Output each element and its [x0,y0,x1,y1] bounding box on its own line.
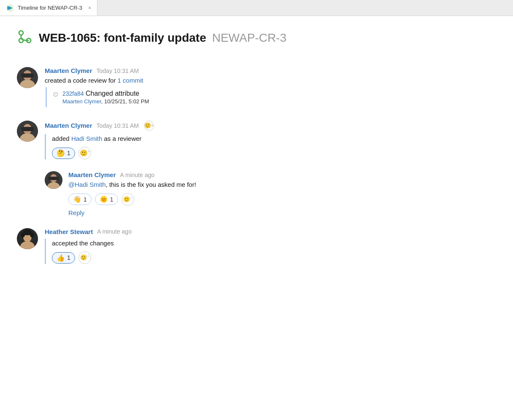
entry-2-body: Maarten Clymer Today 10:31 AM 🙂+ added H… [45,121,496,160]
timeline-entry-4: Heather Stewart A minute ago accepted th… [17,221,496,271]
reaction-wave-3[interactable]: 👋 1 [68,194,92,205]
reaction-sun-3[interactable]: 🌞 1 [95,194,118,205]
reaction-emoji-thinking: 🤔 [57,149,65,157]
svg-rect-16 [21,127,34,131]
tab-close-button[interactable]: × [88,5,91,11]
at-mention[interactable]: @Hadi Smith [68,181,106,188]
entry-2-text-before: added [52,135,71,142]
svg-rect-21 [48,177,59,180]
entry-1-text-before: created a code review for [45,77,118,84]
svg-rect-11 [21,73,34,78]
reaction-count-wave: 1 [84,196,87,203]
reaction-emoji-wave: 👋 [73,195,81,203]
page-title-id: NEWAP-CR-3 [212,31,286,45]
entry-3-text: @Hadi Smith, this is the fix you asked m… [68,180,496,190]
reply-button[interactable]: Reply [68,209,496,216]
avatar-maarten-2 [17,121,38,142]
commit-link-1[interactable]: 1 commit [118,77,143,84]
svg-point-3 [19,31,23,35]
avatar-maarten-1 [17,67,38,88]
entry-1-text: created a code review for 1 commit [45,76,496,86]
tab-bar: Timeline for NEWAP-CR-3 × [0,0,513,16]
reaction-thinking-2[interactable]: 🤔 1 [52,148,75,159]
merge-icon [17,29,33,47]
entry-4-reactions: 👍 1 🙂+ [52,251,496,264]
reaction-emoji-thumbsup: 👍 [57,254,65,262]
timestamp-4: A minute ago [97,228,132,235]
commit-hash[interactable]: 232fa84 [62,90,84,97]
entry-4-bar: accepted the changes 👍 1 🙂+ [45,239,496,264]
svg-point-29 [23,231,27,235]
add-emoji-btn-2[interactable]: 🙂+ [144,121,154,131]
page-title-section: WEB-1065: font-family update NEWAP-CR-3 [17,29,496,47]
add-reaction-btn-2[interactable]: 🙂+ [78,147,91,159]
entry-2-bar: added Hadi Smith as a reviewer 🤔 1 🙂+ [45,134,496,160]
smiley-plus-icon-3: 🙂+ [123,196,132,202]
commit-meta: Maarten Clymer, 10/25/21, 5:02 PM [62,98,149,105]
commit-dot-icon: ⊙ [53,90,58,98]
entry-4-text: accepted the changes [52,239,496,248]
timestamp-1: Today 10:31 AM [97,67,139,74]
commit-author[interactable]: Maarten Clymer [62,98,101,105]
smiley-plus-icon-4: 🙂+ [80,254,89,261]
entry-4-body: Heather Stewart A minute ago accepted th… [45,228,496,264]
entry-1-header: Maarten Clymer Today 10:31 AM [45,67,496,74]
entry-2-reactions: 🤔 1 🙂+ [52,147,496,159]
reaction-emoji-sun: 🌞 [100,195,108,203]
avatar-maarten-3 [45,171,62,189]
smiley-plus-icon: 🙂+ [80,149,90,157]
svg-point-6 [19,38,23,43]
commit-info: 232fa84 Changed attribute Maarten Clymer… [62,90,149,105]
entry-2-text-after: as a reviewer [102,135,141,142]
commit-msg-text: Changed attribute [86,90,139,97]
entry-2-text: added Hadi Smith as a reviewer [52,134,496,144]
reaction-thumbsup-4[interactable]: 👍 1 [52,252,75,264]
entry-1-body: Maarten Clymer Today 10:31 AM created a … [45,67,496,107]
entry-3-reactions: 👋 1 🌞 1 🙂+ [68,193,496,206]
commit-date: 10/25/21, 5:02 PM [104,98,149,105]
entry-2-header: Maarten Clymer Today 10:31 AM 🙂+ [45,121,496,131]
page-title-main: WEB-1065: font-family update [39,31,206,45]
page-content: WEB-1065: font-family update NEWAP-CR-3 … [0,16,513,283]
entry-4-header: Heather Stewart A minute ago [45,228,496,235]
commit-sep: , [101,98,104,105]
entry-3-body: Maarten Clymer A minute ago @Hadi Smith,… [68,171,496,216]
reaction-count-thinking: 1 [67,150,70,156]
reaction-count-sun: 1 [110,196,113,203]
svg-point-30 [28,231,32,235]
timeline-entry-2: Maarten Clymer Today 10:31 AM 🙂+ added H… [17,114,496,167]
entry-3-header: Maarten Clymer A minute ago [68,171,496,178]
add-reaction-btn-3[interactable]: 🙂+ [122,193,134,206]
timestamp-2: Today 10:31 AM [97,122,139,129]
tab-timeline[interactable]: Timeline for NEWAP-CR-3 × [0,0,97,16]
avatar-heather [17,228,38,249]
timeline-entry-3-nested: Maarten Clymer A minute ago @Hadi Smith,… [45,166,496,221]
author-maarten-1[interactable]: Maarten Clymer [45,67,92,74]
tab-label: Timeline for NEWAP-CR-3 [18,5,82,11]
commit-line-1: 232fa84 Changed attribute [62,90,149,97]
reaction-count-thumbsup: 1 [67,254,70,261]
commit-block-1: ⊙ 232fa84 Changed attribute Maarten Clym… [46,87,496,107]
add-reaction-btn-4[interactable]: 🙂+ [78,251,91,264]
author-heather[interactable]: Heather Stewart [45,228,93,235]
tab-app-icon [6,4,14,12]
reviewer-link[interactable]: Hadi Smith [71,135,102,142]
entry-3-text-after: , this is the fix you asked me for! [106,181,196,188]
author-maarten-2[interactable]: Maarten Clymer [45,122,92,129]
timeline: Maarten Clymer Today 10:31 AM created a … [17,60,496,271]
timeline-entry-1: Maarten Clymer Today 10:31 AM created a … [17,60,496,114]
timestamp-3: A minute ago [120,172,155,178]
author-maarten-3[interactable]: Maarten Clymer [68,171,116,178]
